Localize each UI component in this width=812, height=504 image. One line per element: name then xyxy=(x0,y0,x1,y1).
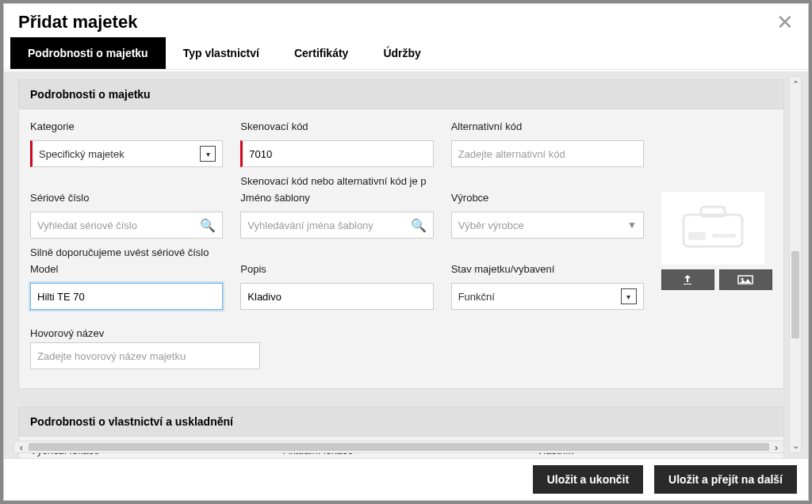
save-exit-button[interactable]: Uložit a ukončit xyxy=(533,465,643,494)
chevron-down-icon: ▾ xyxy=(200,146,216,162)
dialog-header: Přidat majetek ✕ xyxy=(4,4,808,37)
asset-image-placeholder xyxy=(661,192,764,265)
svg-rect-2 xyxy=(688,232,706,240)
vertical-scrollbar[interactable]: ⌃ ⌄ xyxy=(789,76,802,453)
upload-image-button[interactable] xyxy=(661,269,714,290)
tabs: Podrobnosti o majetku Typ vlastnictví Ce… xyxy=(4,37,808,70)
status-select[interactable]: Funkční ▾ xyxy=(451,283,644,310)
manufacturer-select[interactable]: Výběr výrobce ▼ xyxy=(451,212,644,239)
scroll-thumb[interactable] xyxy=(791,251,799,338)
svg-rect-3 xyxy=(712,234,736,238)
category-select[interactable]: Specifický majetek ▾ xyxy=(30,140,223,167)
model-input[interactable] xyxy=(30,283,223,310)
label-altcode: Alternativní kód xyxy=(451,120,644,132)
svg-rect-0 xyxy=(684,215,742,246)
category-value: Specifický majetek xyxy=(39,148,124,160)
chevron-down-icon: ▾ xyxy=(621,288,637,304)
dialog-body: Podrobnosti o majetku Kategorie Skenovac… xyxy=(4,70,808,458)
panel-header-details: Podrobnosti o majetku xyxy=(19,80,783,109)
model-field[interactable] xyxy=(37,284,216,309)
save-next-button[interactable]: Uložit a přejít na další xyxy=(654,465,797,494)
label-manufacturer: Výrobce xyxy=(451,192,644,204)
friendly-input[interactable] xyxy=(30,342,260,369)
chevron-down-icon: ▼ xyxy=(627,220,637,231)
scroll-thumb-h[interactable] xyxy=(29,443,769,451)
label-friendly: Hovorový název xyxy=(30,327,260,339)
tab-ownership-type[interactable]: Typ vlastnictví xyxy=(166,37,277,69)
altcode-field[interactable] xyxy=(458,141,637,166)
dialog-footer: Uložit a ukončit Uložit a přejít na dalš… xyxy=(4,458,808,500)
toolbox-icon xyxy=(677,204,749,253)
label-description: Popis xyxy=(240,263,433,275)
label-model: Model xyxy=(30,263,223,275)
label-category: Kategorie xyxy=(30,120,223,132)
scroll-right-icon[interactable]: › xyxy=(769,441,783,452)
description-input[interactable] xyxy=(240,283,433,310)
remove-image-button[interactable] xyxy=(719,269,772,290)
scancode-input[interactable] xyxy=(240,140,433,167)
panel-header-ownership: Podrobnosti o vlastnictví a uskladnění xyxy=(19,407,783,437)
serial-search[interactable]: 🔍 xyxy=(30,212,223,239)
scroll-down-icon[interactable]: ⌄ xyxy=(790,438,801,452)
scroll-left-icon[interactable]: ‹ xyxy=(14,441,29,452)
add-asset-dialog: Přidat majetek ✕ Podrobnosti o majetku T… xyxy=(3,3,809,501)
search-icon: 🔍 xyxy=(411,218,427,233)
scroll-up-icon[interactable]: ⌃ xyxy=(790,77,801,91)
label-status: Stav majetku/vybavení xyxy=(451,263,644,275)
friendly-field[interactable] xyxy=(37,343,253,368)
status-value: Funkční xyxy=(458,291,495,303)
serial-field[interactable] xyxy=(37,212,200,238)
label-serial: Sériové číslo xyxy=(30,192,223,204)
altcode-input[interactable] xyxy=(451,140,644,167)
manufacturer-placeholder: Výběr výrobce xyxy=(458,220,524,231)
tab-maintenance[interactable]: Údržby xyxy=(366,37,438,69)
template-field[interactable] xyxy=(247,212,410,238)
dialog-title: Přidat majetek xyxy=(18,12,137,32)
close-icon[interactable]: ✕ xyxy=(776,12,794,32)
template-search[interactable]: 🔍 xyxy=(240,212,433,239)
image-icon xyxy=(737,275,753,284)
search-icon: 🔍 xyxy=(200,218,216,233)
serial-helper: Silně doporučujeme uvést sériové číslo xyxy=(30,246,223,258)
description-field[interactable] xyxy=(247,284,426,309)
upload-icon xyxy=(681,273,694,286)
tab-certificates[interactable]: Certifikáty xyxy=(277,37,366,69)
scancode-helper: Skenovací kód nebo alternativní kód je p xyxy=(240,175,433,187)
horizontal-scrollbar[interactable]: ‹ › xyxy=(13,441,784,453)
label-scancode: Skenovací kód xyxy=(240,120,433,132)
tab-details[interactable]: Podrobnosti o majetku xyxy=(10,37,166,69)
scancode-field[interactable] xyxy=(249,141,426,166)
label-template: Jméno šablony xyxy=(240,192,433,204)
scroll-content: Podrobnosti o majetku Kategorie Skenovac… xyxy=(18,71,784,458)
panel-asset-details: Podrobnosti o majetku Kategorie Skenovac… xyxy=(18,79,784,389)
